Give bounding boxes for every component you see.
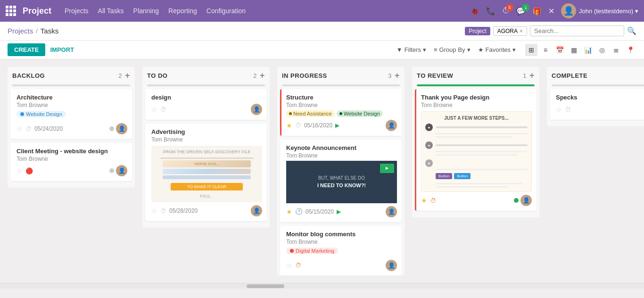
chart-view-icon[interactable]: 📊	[582, 44, 594, 56]
card-keynote[interactable]: Keynote Announcement Tom Browne BUT, WHA…	[280, 140, 402, 222]
nav-all-tasks[interactable]: All Tasks	[98, 7, 124, 15]
structure-star-icon[interactable]: ★	[286, 122, 292, 129]
card-advertising-title: Advertising	[151, 128, 262, 135]
card-advertising-image: FROM THE DRIVEN SELF-DISCOVERY FILE SERV…	[151, 146, 262, 202]
column-to-review: TO REVIEW 1 + Thank you Page design Tom …	[412, 67, 539, 217]
scrollbar-thumb[interactable]	[247, 284, 284, 288]
card-structure[interactable]: Structure Tom Browne Need Assistance Web…	[280, 89, 402, 136]
column-to-review-cards: Thank you Page design Tom Browne JUST A …	[412, 89, 539, 217]
calendar-view-icon[interactable]: 📅	[553, 44, 566, 56]
search-button[interactable]: 🔍	[627, 26, 636, 35]
breadcrumb-bar: Projects / Tasks Project AGORA × 🔍	[0, 22, 644, 41]
card-thank-you-page[interactable]: Thank you Page design Tom Browne JUST A …	[415, 89, 537, 211]
card-advertising[interactable]: Advertising Tom Browne FROM THE DRIVEN S…	[145, 124, 267, 221]
card-client-meeting-person: Tom Browne	[17, 156, 127, 162]
thank-you-avatar: 👤	[520, 195, 532, 206]
nav-configuration[interactable]: Configuration	[206, 7, 246, 15]
top-navigation: Project Projects All Tasks Planning Repo…	[0, 0, 644, 22]
keynote-star-icon[interactable]: ★	[286, 208, 292, 215]
client-meeting-status-dot	[109, 168, 114, 173]
column-in-progress-header: IN PROGRESS 3 +	[277, 67, 405, 84]
map-view-icon[interactable]: 📍	[624, 44, 636, 56]
architecture-avatar: 👤	[116, 123, 127, 134]
create-button[interactable]: CREATE	[8, 43, 45, 56]
structure-clock-icon: ⏱	[295, 122, 301, 129]
card-thank-you-title: Thank you Page design	[421, 94, 532, 101]
filter-project-tag[interactable]: Project	[465, 27, 490, 35]
column-backlog-add[interactable]: +	[125, 71, 130, 81]
card-architecture[interactable]: Architecture Tom Browne Website Design ☆…	[10, 89, 132, 139]
design-star-icon[interactable]: ☆	[151, 106, 157, 113]
monitor-blog-star-icon[interactable]: ☆	[286, 262, 292, 269]
favorites-button[interactable]: ★ Favorites ▾	[478, 46, 516, 53]
keynote-play-icon[interactable]: ▶	[337, 208, 341, 215]
chat-icon[interactable]: 💬 1	[516, 7, 526, 16]
architecture-star-icon[interactable]: ☆	[17, 125, 23, 132]
advertising-star-icon[interactable]: ☆	[151, 207, 157, 215]
filters-button[interactable]: ▼ Filters ▾	[396, 46, 426, 53]
kanban-board: BACKLOG 2 + Architecture Tom Browne Webs…	[0, 59, 644, 283]
card-keynote-person: Tom Browne	[286, 152, 397, 159]
toolbar-filters: ▼ Filters ▾ ≡ Group By ▾ ★ Favorites ▾	[396, 46, 516, 53]
design-clock-icon: ⏱	[160, 106, 166, 113]
architecture-clock-icon: ⏱	[25, 125, 32, 132]
settings-icon[interactable]: ✕	[548, 7, 554, 16]
specks-star-icon[interactable]: ☆	[556, 106, 562, 113]
structure-play-icon[interactable]: ▶	[335, 122, 339, 129]
card-structure-person: Tom Browne	[286, 102, 397, 108]
architecture-status-dot	[109, 126, 114, 131]
card-architecture-person: Tom Browne	[17, 102, 127, 108]
column-complete-progress-bar	[552, 84, 644, 86]
card-client-meeting-title: Client Meeting - website design	[17, 148, 127, 155]
keynote-clock-icon: 🕐	[295, 208, 303, 215]
column-todo-count: 2	[253, 72, 257, 79]
card-advertising-person: Tom Browne	[151, 136, 262, 143]
card-keynote-video: BUT, WHAT ELSE DO I NEED TO KNOW?! ▶	[286, 161, 397, 203]
card-thank-you-person: Tom Browne	[421, 102, 532, 108]
column-to-review-add[interactable]: +	[529, 71, 535, 81]
list-view-icon[interactable]: ≡	[539, 44, 552, 56]
structure-avatar: 👤	[386, 120, 397, 131]
kanban-view-icon[interactable]: ⊞	[525, 44, 537, 56]
horizontal-scrollbar[interactable]	[0, 283, 644, 289]
apps-menu-icon[interactable]	[6, 6, 16, 16]
filter-agora-tag[interactable]: AGORA ×	[493, 26, 527, 36]
card-client-meeting[interactable]: Client Meeting - website design Tom Brow…	[10, 143, 132, 181]
column-in-progress-add[interactable]: +	[395, 71, 400, 81]
column-todo-add[interactable]: +	[260, 71, 265, 81]
timer-icon[interactable]: ⏱ 5	[502, 7, 510, 15]
toolbar: CREATE IMPORT ▼ Filters ▾ ≡ Group By ▾ ★…	[0, 41, 644, 59]
card-keynote-title: Keynote Announcement	[286, 144, 397, 151]
column-complete-title: COMPLETE	[552, 72, 644, 79]
pivot-view-icon[interactable]: ◎	[596, 44, 608, 56]
nav-planning[interactable]: Planning	[133, 7, 159, 15]
client-meeting-star-icon[interactable]: ☆	[17, 167, 23, 174]
gift-icon[interactable]: 🎁	[532, 7, 542, 16]
search-input[interactable]	[530, 25, 624, 36]
user-avatar: 👤	[561, 3, 576, 18]
import-button[interactable]: IMPORT	[50, 46, 74, 53]
specks-clock-icon: ⏱	[565, 106, 571, 113]
nav-links: Projects All Tasks Planning Reporting Co…	[65, 7, 246, 15]
card-monitor-blog[interactable]: Monitor blog comments Tom Browne Digital…	[280, 226, 402, 275]
user-menu[interactable]: 👤 John (testtestdemo) ▾	[561, 3, 638, 18]
table-view-icon[interactable]: ▦	[568, 44, 580, 56]
nav-reporting[interactable]: Reporting	[168, 7, 197, 15]
card-specks[interactable]: Specks ☆ ⏱ 👤	[550, 89, 644, 120]
thank-you-star-icon[interactable]: ★	[421, 197, 427, 204]
advertising-date: 05/28/2020	[169, 207, 198, 214]
column-to-review-progress-bar	[417, 84, 535, 86]
breadcrumb-projects-link[interactable]: Projects	[8, 27, 33, 35]
website-design-tag2: Website Design	[337, 110, 383, 117]
column-in-progress: IN PROGRESS 3 + Structure Tom Browne Nee…	[277, 67, 405, 275]
card-design[interactable]: design ☆ ⏱ 👤	[145, 89, 267, 120]
card-thank-you-checklist-image: JUST A FEW MORE STEPS... ● ●	[421, 111, 532, 192]
card-structure-tags: Need Assistance Website Design	[286, 110, 397, 117]
phone-icon[interactable]: 📞	[486, 7, 495, 16]
text-view-icon[interactable]: ≣	[610, 44, 622, 56]
nav-projects[interactable]: Projects	[65, 7, 89, 15]
group-by-button[interactable]: ≡ Group By ▾	[434, 46, 471, 53]
card-thank-you-footer: ★ ⏱ 👤	[421, 195, 532, 206]
ladybug-icon[interactable]: 🐞	[470, 7, 479, 16]
card-architecture-tag: Website Design	[17, 111, 66, 117]
